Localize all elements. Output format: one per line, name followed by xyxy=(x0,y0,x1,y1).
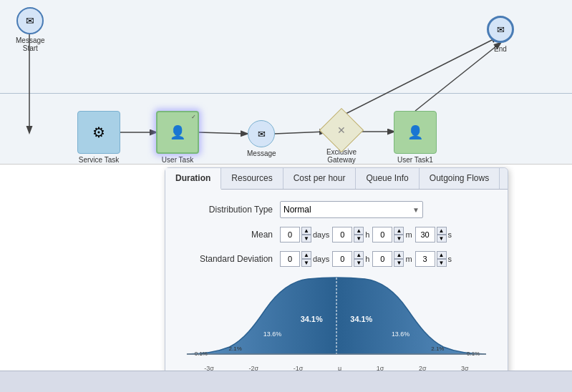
tab-queue-info[interactable]: Queue Info xyxy=(356,168,419,189)
service-task-label: Service Task xyxy=(79,156,120,164)
distribution-type-select[interactable]: Normal ▼ xyxy=(280,201,423,218)
gateway-shape: ✕ xyxy=(319,108,364,152)
std-s-up[interactable]: ▲ xyxy=(437,251,447,259)
start-event-shape: ✉ xyxy=(16,7,44,34)
std-days-down[interactable]: ▼ xyxy=(301,259,311,267)
s-label-std: s xyxy=(448,255,452,263)
mean-days-down[interactable]: ▼ xyxy=(301,235,311,242)
std-h-down[interactable]: ▼ xyxy=(354,259,364,267)
mean-h-up[interactable]: ▲ xyxy=(354,227,364,235)
mean-m-up[interactable]: ▲ xyxy=(394,227,404,235)
user-task1-node[interactable]: 👤 User Task1 xyxy=(394,111,437,164)
std-m-label: m xyxy=(405,255,412,263)
svg-text:34.1%: 34.1% xyxy=(301,315,323,323)
mean-s-up[interactable]: ▲ xyxy=(437,227,447,235)
mail-icon-2: ✉ xyxy=(258,129,266,139)
start-event-node[interactable]: ✉ Message Start xyxy=(16,7,45,52)
mean-h-down[interactable]: ▼ xyxy=(354,235,364,242)
std-days-input[interactable]: 0 xyxy=(280,251,300,267)
svg-line-5 xyxy=(415,43,500,111)
dropdown-arrow-icon: ▼ xyxy=(412,206,420,214)
panel-tabs: Duration Resources Cost per hour Queue I… xyxy=(165,168,508,190)
user-task1-label: User Task1 xyxy=(397,156,433,164)
process-canvas: ✉ Message Start ⚙ Service Task 👤 ✓ User … xyxy=(0,0,572,165)
properties-panel: Duration Resources Cost per hour Queue I… xyxy=(165,167,508,392)
svg-line-2 xyxy=(199,132,247,134)
s-label-mean: s xyxy=(448,230,452,239)
std-days-label: days xyxy=(313,255,329,263)
std-days-up[interactable]: ▲ xyxy=(301,251,311,259)
std-h-input[interactable]: 0 xyxy=(332,251,352,267)
svg-text:0.1%: 0.1% xyxy=(467,351,480,357)
mail-icon-end: ✉ xyxy=(497,24,505,35)
std-s-down[interactable]: ▼ xyxy=(437,259,447,267)
user-task-shape: 👤 ✓ xyxy=(156,111,199,154)
mean-days-spinners: ▲ ▼ xyxy=(301,227,311,242)
mean-h-spinners: ▲ ▼ xyxy=(354,227,364,242)
user-task1-shape: 👤 xyxy=(394,111,437,154)
exclusive-gateway-node[interactable]: ✕ Exclusive Gateway xyxy=(326,114,357,164)
tab-duration[interactable]: Duration xyxy=(165,168,221,190)
task-marker: ✓ xyxy=(191,114,196,120)
bell-curve-svg: 34.1% 34.1% 13.6% 13.6% 2.1% 2.1% 0.1% 0… xyxy=(180,275,493,361)
mean-m-down[interactable]: ▼ xyxy=(394,235,404,242)
distribution-type-row: Distribution Type Normal ▼ xyxy=(180,201,493,218)
panel-content: Distribution Type Normal ▼ Mean 0 ▲ ▼ da… xyxy=(165,190,508,380)
end-event-shape: ✉ xyxy=(487,16,514,43)
mean-m-input[interactable]: 0 xyxy=(372,227,392,242)
std-m-spinners: ▲ ▼ xyxy=(394,251,404,267)
std-h-label: h xyxy=(365,255,369,263)
message-shape: ✉ xyxy=(248,120,275,147)
message-label: Message xyxy=(247,150,276,157)
user-icon-2: 👤 xyxy=(407,124,423,140)
mean-m-unit: 0 ▲ ▼ m xyxy=(372,227,412,242)
user-task-node[interactable]: 👤 ✓ User Task xyxy=(156,111,199,164)
service-task-node[interactable]: ⚙ Service Task xyxy=(77,111,120,164)
mean-h-unit: 0 ▲ ▼ h xyxy=(332,227,369,242)
mean-days-unit: 0 ▲ ▼ days xyxy=(280,227,329,242)
std-m-unit: 0 ▲ ▼ m xyxy=(372,251,412,267)
std-dev-row: Standard Deviation 0 ▲ ▼ days 0 ▲ ▼ xyxy=(180,251,493,267)
mean-h-input[interactable]: 0 xyxy=(332,227,352,242)
std-m-up[interactable]: ▲ xyxy=(394,251,404,259)
std-m-input[interactable]: 0 xyxy=(372,251,392,267)
mean-m-spinners: ▲ ▼ xyxy=(394,227,404,242)
std-s-input[interactable]: 3 xyxy=(415,251,435,267)
std-days-unit: 0 ▲ ▼ days xyxy=(280,251,329,267)
svg-text:2.1%: 2.1% xyxy=(431,346,444,352)
svg-text:13.6%: 13.6% xyxy=(263,330,281,338)
std-s-spinners: ▲ ▼ xyxy=(437,251,447,267)
gear-icon: ⚙ xyxy=(92,124,105,141)
tab-outgoing-flows[interactable]: Outgoing Flows xyxy=(420,168,500,189)
x-icon: ✕ xyxy=(337,124,346,136)
std-h-spinners: ▲ ▼ xyxy=(354,251,364,267)
mean-row: Mean 0 ▲ ▼ days 0 ▲ ▼ h xyxy=(180,227,493,242)
mean-spinner-group: 0 ▲ ▼ days 0 ▲ ▼ h 0 xyxy=(280,227,452,242)
message-node[interactable]: ✉ Message xyxy=(247,120,276,157)
m-label: m xyxy=(405,230,412,239)
mean-s-down[interactable]: ▼ xyxy=(437,235,447,242)
svg-line-3 xyxy=(274,132,326,134)
svg-line-6 xyxy=(341,37,498,116)
mean-s-input[interactable]: 30 xyxy=(415,227,435,242)
end-event-label: End xyxy=(494,45,507,53)
std-days-spinners: ▲ ▼ xyxy=(301,251,311,267)
days-label: days xyxy=(313,230,329,239)
distribution-type-label: Distribution Type xyxy=(180,205,273,215)
user-task-label: User Task xyxy=(162,156,193,164)
h-label: h xyxy=(365,230,369,239)
std-h-up[interactable]: ▲ xyxy=(354,251,364,259)
std-s-unit: 3 ▲ ▼ s xyxy=(415,251,452,267)
mean-s-spinners: ▲ ▼ xyxy=(437,227,447,242)
end-event-node[interactable]: ✉ End xyxy=(487,16,514,53)
mail-icon: ✉ xyxy=(26,15,34,26)
svg-text:2.1%: 2.1% xyxy=(229,346,242,352)
mean-label: Mean xyxy=(180,230,273,240)
bottom-status-bar xyxy=(0,371,572,392)
service-task-shape: ⚙ xyxy=(77,111,120,154)
std-m-down[interactable]: ▼ xyxy=(394,259,404,267)
tab-cost-per-hour[interactable]: Cost per hour xyxy=(283,168,357,189)
tab-resources[interactable]: Resources xyxy=(221,168,283,189)
mean-days-input[interactable]: 0 xyxy=(280,227,300,242)
mean-days-up[interactable]: ▲ xyxy=(301,227,311,235)
